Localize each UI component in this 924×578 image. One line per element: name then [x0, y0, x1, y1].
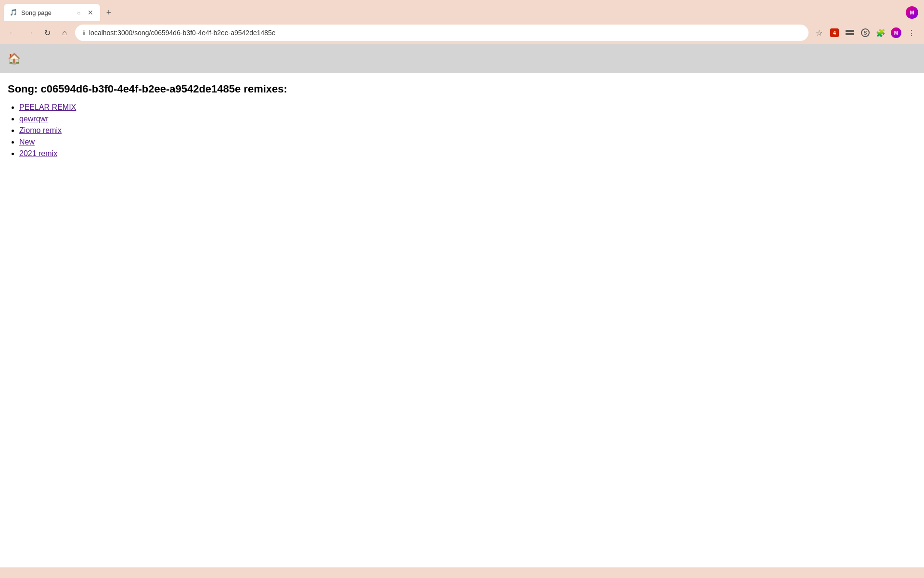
tab-bar: 🎵 Song page ○ ✕ + M — [0, 0, 924, 21]
remix-link-1[interactable]: PEELAR REMIX — [19, 103, 76, 111]
tab-loading-icon: ○ — [77, 10, 83, 15]
home-link[interactable]: 🏠 — [8, 53, 21, 65]
extension-icon-2[interactable] — [843, 26, 857, 39]
address-bar-row: ← → ↻ ⌂ ℹ localhost:3000/song/c06594d6-b… — [0, 21, 924, 44]
remixes-list: PEELAR REMIX qewrqwr Ziomo remix New 202… — [8, 103, 916, 158]
list-item: Ziomo remix — [19, 126, 916, 135]
list-item: PEELAR REMIX — [19, 103, 916, 112]
status-bar — [0, 567, 924, 578]
main-content: Song: c06594d6-b3f0-4e4f-b2ee-a9542de148… — [0, 73, 924, 168]
tab-favicon-icon: 🎵 — [10, 9, 17, 16]
toolbar-user-avatar: M — [891, 27, 901, 38]
user-profile-avatar[interactable]: M — [906, 6, 918, 19]
chrome-menu-button[interactable]: ⋮ — [905, 26, 918, 39]
remix-link-4[interactable]: New — [19, 138, 35, 146]
lock-icon: ℹ — [83, 29, 85, 37]
page-heading: Song: c06594d6-b3f0-4e4f-b2ee-a9542de148… — [8, 83, 916, 95]
svg-rect-3 — [846, 33, 854, 35]
remix-link-3[interactable]: Ziomo remix — [19, 126, 62, 134]
list-item: New — [19, 138, 916, 146]
browser-tab-active[interactable]: 🎵 Song page ○ ✕ — [4, 4, 100, 21]
user-account-button[interactable]: M — [889, 26, 903, 39]
back-button[interactable]: ← — [6, 26, 19, 39]
bookmark-star-button[interactable]: ☆ — [812, 26, 826, 39]
toolbar-icons: ☆ 4 S 🧩 M — [812, 26, 918, 39]
list-item: 2021 remix — [19, 149, 916, 158]
new-tab-button[interactable]: + — [102, 6, 116, 19]
extensions-button[interactable]: 🧩 — [874, 26, 887, 39]
extension-svg-1: 4 — [830, 28, 839, 37]
extension-icon-1[interactable]: 4 — [828, 26, 841, 39]
address-bar-url[interactable]: localhost:3000/song/c06594d6-b3f0-4e4f-b… — [89, 29, 801, 37]
address-bar[interactable]: ℹ localhost:3000/song/c06594d6-b3f0-4e4f… — [75, 25, 808, 41]
home-button[interactable]: ⌂ — [58, 26, 71, 39]
list-item: qewrqwr — [19, 115, 916, 123]
svg-text:S: S — [864, 30, 867, 36]
remix-link-5[interactable]: 2021 remix — [19, 149, 57, 158]
reload-button[interactable]: ↻ — [40, 26, 54, 39]
browser-chrome: 🎵 Song page ○ ✕ + M ← → ↻ ⌂ ℹ localhost:… — [0, 0, 924, 44]
forward-button[interactable]: → — [23, 26, 37, 39]
svg-text:4: 4 — [833, 30, 836, 36]
tab-title: Song page — [21, 9, 73, 16]
remix-link-2[interactable]: qewrqwr — [19, 115, 48, 123]
extension-icon-3[interactable]: S — [859, 26, 872, 39]
tab-close-button[interactable]: ✕ — [87, 9, 94, 16]
extension-svg-3: S — [861, 28, 870, 37]
svg-rect-2 — [846, 30, 854, 32]
home-icon: 🏠 — [8, 53, 21, 65]
extension-svg-2 — [846, 28, 854, 37]
app-header: 🏠 — [0, 44, 924, 73]
